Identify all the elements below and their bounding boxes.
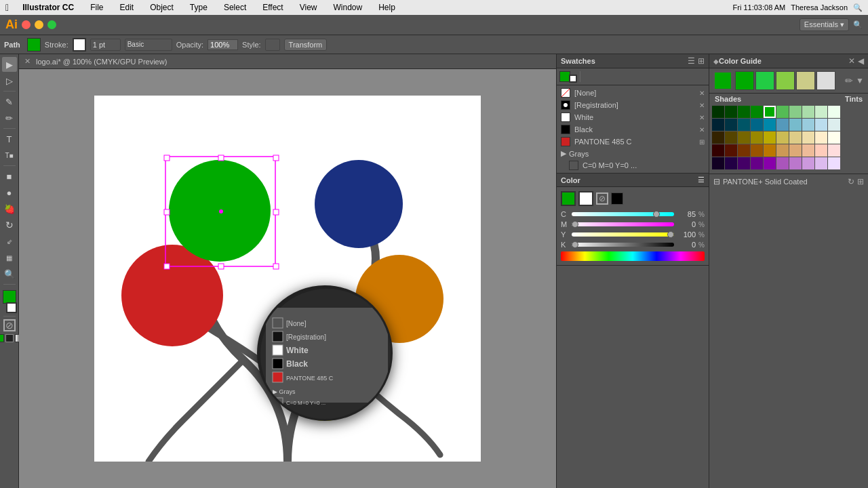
color-black-btn[interactable] bbox=[611, 192, 623, 205]
cg-cell-0-8[interactable] bbox=[815, 106, 827, 118]
cg-cell-0-3[interactable] bbox=[751, 106, 763, 118]
cg-base-color[interactable] bbox=[713, 71, 732, 90]
swatch-none-options[interactable]: ✕ bbox=[699, 89, 705, 97]
cg-cell-3-3[interactable] bbox=[751, 144, 763, 157]
cg-cell-0-9[interactable] bbox=[828, 106, 840, 118]
cg-cell-0-5[interactable] bbox=[776, 106, 789, 118]
window-maximize[interactable] bbox=[47, 20, 56, 29]
menu-select[interactable]: Select bbox=[221, 3, 249, 12]
cg-harmony-5[interactable] bbox=[816, 71, 835, 90]
swatch-white[interactable]: White ✕ bbox=[557, 111, 709, 123]
swatch-pantone485[interactable]: PANTONE 485 C ⊞ bbox=[557, 136, 709, 148]
fill-color-large[interactable] bbox=[3, 290, 16, 304]
cg-cell-3-6[interactable] bbox=[789, 144, 802, 157]
fill-mode[interactable] bbox=[0, 334, 4, 342]
style-color-box[interactable] bbox=[265, 39, 280, 51]
app-name-menu[interactable]: Illustrator CC bbox=[20, 3, 77, 12]
type-tool[interactable]: T bbox=[2, 131, 17, 146]
cg-cell-2-0[interactable] bbox=[712, 131, 724, 144]
cg-cell-1-6[interactable] bbox=[789, 119, 802, 131]
color-guide-collapse[interactable]: ◀ bbox=[858, 56, 864, 66]
swatch-folder-grays[interactable]: ▶ Grays bbox=[557, 148, 709, 159]
cg-cell-1-8[interactable] bbox=[815, 119, 827, 131]
rectangle-tool[interactable]: ■ bbox=[2, 169, 17, 184]
search-icon[interactable]: 🔍 bbox=[853, 3, 863, 12]
color-stroke-swatch[interactable] bbox=[578, 191, 593, 206]
cg-cell-4-5[interactable] bbox=[776, 157, 789, 169]
swatch-cmyk[interactable]: C=0 M=0 Y=0 ... bbox=[557, 159, 709, 171]
cg-cell-2-2[interactable] bbox=[738, 131, 750, 144]
cg-cell-0-7[interactable] bbox=[802, 106, 814, 118]
cg-cell-2-6[interactable] bbox=[789, 131, 802, 144]
cg-cell-4-7[interactable] bbox=[802, 157, 814, 169]
color-panel-menu[interactable]: ☰ bbox=[698, 176, 705, 184]
opacity-input[interactable]: 100% bbox=[208, 39, 238, 50]
zoom-tool[interactable]: 🔍 bbox=[2, 266, 17, 281]
color-spectrum[interactable] bbox=[561, 251, 705, 261]
cg-cell-3-7[interactable] bbox=[802, 144, 814, 157]
paintbrush-tool[interactable]: 🍓 bbox=[2, 201, 17, 216]
k-slider[interactable] bbox=[572, 243, 674, 247]
scale-tool[interactable]: ⇙ bbox=[2, 234, 17, 249]
graph-tool[interactable]: ▦ bbox=[2, 250, 17, 265]
cg-cell-3-9[interactable] bbox=[828, 144, 840, 157]
swatch-black[interactable]: Black ✕ bbox=[557, 123, 709, 136]
cg-edit-btn[interactable]: ✏ bbox=[845, 75, 853, 86]
none-indicator[interactable]: ⊘ bbox=[3, 319, 16, 331]
ellipse-tool[interactable]: ● bbox=[2, 185, 17, 200]
swatch-registration[interactable]: [Registration] ✕ bbox=[557, 99, 709, 111]
cg-harmony-1[interactable] bbox=[735, 71, 754, 90]
cg-cell-4-2[interactable] bbox=[738, 157, 750, 169]
swatch-white-options[interactable]: ✕ bbox=[699, 114, 705, 121]
cg-cell-4-0[interactable] bbox=[712, 157, 724, 169]
cg-cell-1-2[interactable] bbox=[738, 119, 750, 131]
cg-footer-btn2[interactable]: ⊞ bbox=[857, 177, 864, 186]
rotate-tool[interactable]: ↻ bbox=[2, 218, 17, 232]
stroke-color-large[interactable] bbox=[6, 302, 17, 313]
cg-cell-2-8[interactable] bbox=[815, 131, 827, 144]
menu-window[interactable]: Window bbox=[331, 3, 366, 12]
search-workspace[interactable]: 🔍 bbox=[853, 20, 863, 29]
cg-cell-2-7[interactable] bbox=[802, 131, 814, 144]
cg-cell-3-8[interactable] bbox=[815, 144, 827, 157]
cg-cell-1-5[interactable] bbox=[776, 119, 789, 131]
color-none-btn[interactable]: ⊘ bbox=[596, 192, 608, 205]
cg-cell-3-4[interactable] bbox=[764, 144, 776, 157]
cg-cell-2-9[interactable] bbox=[828, 131, 840, 144]
cg-harmony-4[interactable] bbox=[796, 71, 815, 90]
pencil-tool[interactable]: ✏ bbox=[2, 110, 17, 125]
swatches-list-view-btn[interactable]: ☰ bbox=[688, 56, 695, 66]
y-slider[interactable] bbox=[572, 232, 674, 237]
cg-cell-3-1[interactable] bbox=[725, 144, 737, 157]
cg-cell-4-1[interactable] bbox=[725, 157, 737, 169]
cg-cell-4-9[interactable] bbox=[828, 157, 840, 169]
cg-cell-0-4[interactable] bbox=[764, 106, 776, 118]
c-slider[interactable] bbox=[572, 212, 674, 216]
cg-cell-3-0[interactable] bbox=[712, 144, 724, 157]
menu-effect[interactable]: Effect bbox=[260, 3, 285, 12]
cg-cell-4-6[interactable] bbox=[789, 157, 802, 169]
swatch-pantone-options[interactable]: ⊞ bbox=[699, 138, 705, 146]
menu-help[interactable]: Help bbox=[376, 3, 398, 12]
swatches-grid-view-btn[interactable]: ⊞ bbox=[698, 56, 705, 66]
window-minimize[interactable] bbox=[35, 20, 43, 29]
cg-cell-2-3[interactable] bbox=[751, 131, 763, 144]
color-guide-close[interactable]: ✕ bbox=[848, 56, 855, 66]
menu-edit[interactable]: Edit bbox=[117, 3, 136, 12]
transform-button[interactable]: Transform bbox=[284, 39, 328, 51]
cg-dropdown-btn[interactable]: ▼ bbox=[856, 76, 864, 85]
cg-cell-1-3[interactable] bbox=[751, 119, 763, 131]
direct-selection-tool[interactable]: ▷ bbox=[2, 73, 17, 88]
tab-close[interactable]: ✕ bbox=[24, 57, 31, 66]
pen-tool[interactable]: ✎ bbox=[2, 94, 17, 109]
cg-cell-4-4[interactable] bbox=[764, 157, 776, 169]
cg-harmony-3[interactable] bbox=[776, 71, 795, 90]
stroke-width-input[interactable]: 1 pt bbox=[90, 39, 121, 51]
cg-cell-1-7[interactable] bbox=[802, 119, 814, 131]
cg-harmony-2[interactable] bbox=[755, 71, 774, 90]
area-type-tool[interactable]: T​■ bbox=[2, 148, 17, 163]
window-close[interactable] bbox=[22, 20, 31, 29]
cg-cell-2-1[interactable] bbox=[725, 131, 737, 144]
essentials-dropdown[interactable]: Essentials ▾ bbox=[800, 18, 849, 31]
cg-cell-4-8[interactable] bbox=[815, 157, 827, 169]
